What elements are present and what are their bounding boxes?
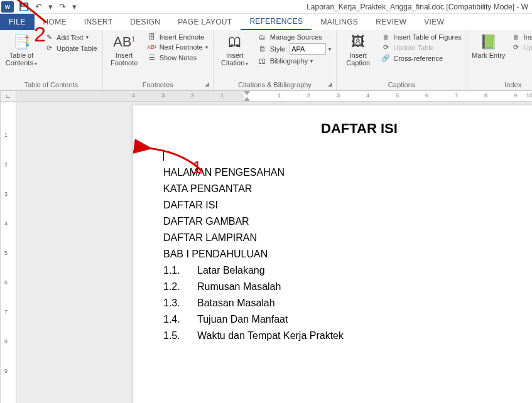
- group-label-footnotes: Footnotes◢: [107, 80, 209, 89]
- tab-view[interactable]: VIEW: [415, 14, 453, 30]
- cross-reference-button[interactable]: 🔗 Cross-reference: [379, 53, 463, 63]
- style-row: 🖺 Style: ▾: [256, 43, 333, 55]
- redo-icon[interactable]: ↷: [59, 2, 66, 11]
- table-of-contents-button[interactable]: 📑 Table of Contents: [4, 33, 39, 67]
- add-text-icon: ✎: [44, 33, 54, 41]
- tab-mailings[interactable]: MAILINGS: [312, 14, 367, 30]
- style-select[interactable]: [290, 43, 326, 55]
- insert-table-of-figures-button[interactable]: 🗎 Insert Table of Figures: [379, 33, 463, 41]
- doc-subline: 1.4.Tujuan Dan Manfaat: [163, 314, 532, 325]
- caption-label: Insert Caption: [340, 51, 376, 67]
- show-notes-button[interactable]: ☰ Show Notes: [146, 53, 209, 62]
- footnote-icon: AB1: [113, 34, 135, 50]
- hanging-indent-marker-icon[interactable]: [244, 97, 250, 101]
- citation-label: Insert Citation: [217, 51, 252, 67]
- vertical-ruler[interactable]: 1 2 3 4 5 6 7 8 9: [0, 102, 16, 403]
- manage-sources-button[interactable]: 🗂 Manage Sources: [256, 33, 333, 41]
- update-tof-icon: ⟳: [381, 43, 391, 51]
- update-index-icon: ⟳: [511, 43, 521, 51]
- tab-design[interactable]: DESIGN: [121, 14, 169, 30]
- title-bar: w 💾 ↶ ▾ ↷ ▾ Laporan_Kerja_Praktek_Angga_…: [0, 0, 532, 14]
- group-index: 📗 Mark Entry 🗎 Insert Ind ⟳ Update In In…: [467, 30, 532, 90]
- horizontal-ruler[interactable]: 4 3 2 1 1 2 3 4 5 6 7 8 9 10: [16, 90, 532, 102]
- group-label-toc: Table of Contents: [4, 80, 99, 89]
- tab-review[interactable]: REVIEW: [367, 14, 415, 30]
- manage-sources-icon: 🗂: [258, 33, 268, 41]
- tab-home[interactable]: HOME: [35, 14, 75, 30]
- indent-marker-icon[interactable]: [244, 91, 250, 95]
- insert-citation-button[interactable]: 🕮 Insert Citation: [217, 33, 252, 67]
- group-label-index: Index: [471, 80, 532, 89]
- doc-subline: 1.5.Waktu dan Tempat Kerja Praktek: [163, 330, 532, 341]
- doc-subline: 1.1.Latar Belakang: [163, 265, 532, 276]
- insert-footnote-button[interactable]: AB1 Insert Footnote: [107, 33, 142, 67]
- insert-index-icon: 🗎: [511, 33, 521, 41]
- tab-page-layout[interactable]: PAGE LAYOUT: [169, 14, 241, 30]
- style-label: Style:: [270, 45, 288, 53]
- add-text-button[interactable]: ✎ Add Text▾: [43, 33, 99, 42]
- show-notes-icon: ☰: [147, 53, 157, 62]
- bibliography-icon: 🕮: [258, 57, 268, 65]
- save-icon[interactable]: 💾: [19, 2, 29, 11]
- footnote-label: Insert Footnote: [107, 51, 142, 67]
- update-table-icon: ⟳: [44, 44, 54, 52]
- endnote-icon: 🗄: [147, 33, 157, 41]
- citations-launcher-icon[interactable]: ◢: [328, 81, 332, 87]
- undo-icon[interactable]: ↶: [35, 2, 42, 11]
- mark-entry-button[interactable]: 📗 Mark Entry: [471, 33, 506, 59]
- update-table-button[interactable]: ⟳ Update Table: [43, 43, 99, 53]
- doc-subline: 1.3.Batasan Masalah: [163, 298, 532, 309]
- window-title: Laporan_Kerja_Praktek_Angga_final.doc [C…: [77, 3, 531, 11]
- mark-entry-label: Mark Entry: [472, 51, 505, 59]
- insert-endnote-button[interactable]: 🗄 Insert Endnote: [146, 33, 209, 41]
- group-footnotes: AB1 Insert Footnote 🗄 Insert Endnote AB¹…: [103, 30, 214, 90]
- doc-subline: 1.2.Rumusan Masalah: [163, 281, 532, 293]
- bibliography-button[interactable]: 🕮 Bibliography▾: [256, 56, 333, 65]
- doc-line: DAFTAR LAMPIRAN: [163, 232, 532, 244]
- doc-line: DAFTAR ISI: [163, 200, 532, 211]
- tof-icon: 🗎: [381, 33, 391, 41]
- group-label-citations: Citations & Bibliography◢: [217, 80, 333, 89]
- group-captions: 🖼 Insert Caption 🗎 Insert Table of Figur…: [337, 30, 467, 90]
- caption-icon: 🖼: [351, 34, 365, 50]
- insert-index-button[interactable]: 🗎 Insert Ind: [510, 33, 532, 41]
- update-tof-button[interactable]: ⟳ Update Table: [379, 43, 463, 52]
- group-citations: 🕮 Insert Citation 🗂 Manage Sources 🖺 Sty…: [214, 30, 337, 90]
- text-cursor: [163, 151, 164, 161]
- page[interactable]: DAFTAR ISI HALAMAN PENGESAHAN KATA PENGA…: [133, 105, 532, 403]
- doc-line: DAFTAR GAMBAR: [163, 216, 532, 227]
- footnotes-launcher-icon[interactable]: ◢: [205, 81, 209, 87]
- cross-ref-icon: 🔗: [381, 54, 391, 62]
- mark-entry-icon: 📗: [480, 34, 497, 50]
- next-footnote-icon: AB¹: [147, 44, 157, 50]
- ribbon: 📑 Table of Contents ✎ Add Text▾ ⟳ Update…: [0, 30, 532, 90]
- quick-access-toolbar: 💾 ↶ ▾ ↷ ▾: [19, 2, 77, 11]
- qat-customize-icon[interactable]: ▾: [72, 2, 77, 11]
- update-index-button[interactable]: ⟳ Update In: [510, 43, 532, 52]
- style-icon: 🖺: [258, 45, 268, 53]
- group-label-captions: Captions: [340, 80, 463, 89]
- workspace: 1 2 3 4 5 6 7 8 9 DAFTAR ISI HALAMAN PEN…: [0, 102, 532, 403]
- tab-file[interactable]: FILE: [0, 14, 35, 30]
- doc-line: KATA PENGANTAR: [163, 183, 532, 195]
- group-table-of-contents: 📑 Table of Contents ✎ Add Text▾ ⟳ Update…: [0, 30, 103, 90]
- tab-stop-selector[interactable]: ∟: [0, 90, 16, 102]
- toc-icon: 📑: [13, 34, 30, 50]
- document-area[interactable]: DAFTAR ISI HALAMAN PENGESAHAN KATA PENGA…: [16, 102, 532, 403]
- ribbon-tabs: FILE HOME INSERT DESIGN PAGE LAYOUT REFE…: [0, 14, 532, 30]
- word-app-icon: w: [1, 1, 14, 13]
- ruler-bar: ∟ 4 3 2 1 1 2 3 4 5 6 7 8 9 10: [0, 90, 532, 102]
- doc-line: HALAMAN PENGESAHAN: [163, 167, 532, 178]
- insert-caption-button[interactable]: 🖼 Insert Caption: [340, 33, 376, 67]
- toc-label: Table of Contents: [4, 51, 39, 67]
- next-footnote-button[interactable]: AB¹ Next Footnote▾: [146, 43, 209, 51]
- doc-line: BAB I PENDAHULUAN: [163, 249, 532, 260]
- tab-references[interactable]: REFERENCES: [241, 14, 312, 30]
- citation-icon: 🕮: [228, 34, 242, 50]
- qat-more-icon[interactable]: ▾: [48, 2, 53, 11]
- document-title: DAFTAR ISI: [163, 121, 532, 137]
- tab-insert[interactable]: INSERT: [75, 14, 122, 30]
